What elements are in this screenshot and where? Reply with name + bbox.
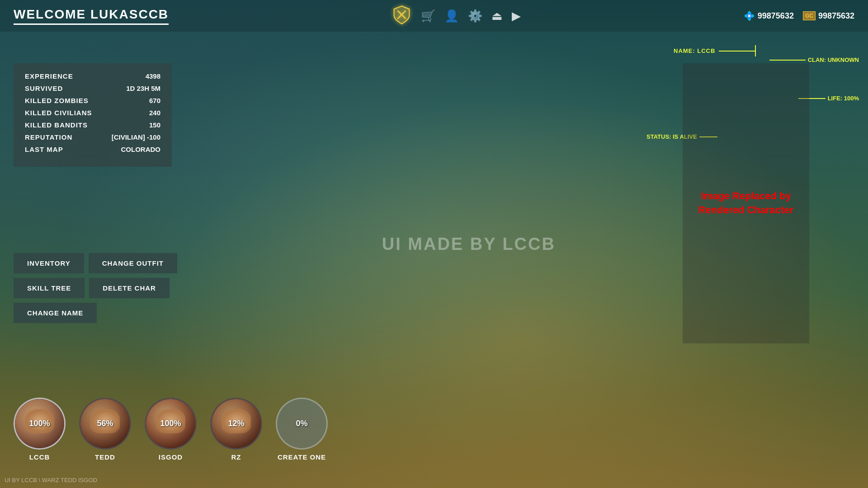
char-slot-tedd[interactable]: 56% TEDD <box>79 398 131 461</box>
character-clan-label: CLAN: UNKNOWN <box>808 56 859 63</box>
last-map-label: LAST MAP <box>25 145 63 153</box>
stat-last-map: LAST MAP COLORADO <box>25 145 160 153</box>
center-watermark: UI MADE BY LCCB <box>382 235 556 254</box>
char-name-isgod: ISGOD <box>159 453 183 461</box>
stat-survived: SURVIVED 1D 23H 5M <box>25 84 160 92</box>
clan-line <box>769 60 806 61</box>
character-panel: NAME: LCCB CLAN: UNKNOWN LIFE: 100% STAT… <box>660 45 832 361</box>
footer-text: UI BY LCCB \ WARZ TEDD ISGOD <box>5 477 97 483</box>
skill-tree-button[interactable]: SKILL TREE <box>14 278 85 298</box>
char-avatar-rz: 12% <box>210 398 262 450</box>
char-name-tedd: TEDD <box>95 453 115 461</box>
gold-currency: GC 99875632 <box>803 11 854 21</box>
profile-icon[interactable]: 👤 <box>444 9 459 23</box>
char-avatar-lccb: 100% <box>14 398 66 450</box>
stat-killed-bandits: KILLED BANDITS 150 <box>25 121 160 129</box>
btn-row-3: CHANGE NAME <box>14 303 177 323</box>
last-map-value: COLORADO <box>121 145 161 153</box>
play-icon[interactable]: ▶ <box>512 9 521 23</box>
char-avatar-create: 0% <box>276 398 328 450</box>
reputation-value: [CIVILIAN] -100 <box>112 133 160 141</box>
gold-currency-value: 99875632 <box>818 11 854 21</box>
char-slot-lccb[interactable]: 100% LCCB <box>14 398 66 461</box>
killed-civilians-label: KILLED CIVILIANS <box>25 109 92 117</box>
char-avatar-isgod: 100% <box>145 398 197 450</box>
stat-reputation: REPUTATION [CIVILIAN] -100 <box>25 133 160 141</box>
survived-value: 1D 23H 5M <box>126 84 160 92</box>
inventory-button[interactable]: INVENTORY <box>14 253 84 273</box>
char-avatar-tedd: 56% <box>79 398 131 450</box>
char-slot-isgod[interactable]: 100% ISGOD <box>145 398 197 461</box>
char-pct-rz: 12% <box>228 419 244 428</box>
char-name-rz: RZ <box>231 453 241 461</box>
shield-icon[interactable] <box>392 5 412 28</box>
character-image-text: Image Replaced by Rendered Character <box>683 189 809 217</box>
exit-icon[interactable]: ⏏ <box>491 9 503 23</box>
experience-value: 4398 <box>146 72 160 80</box>
title-underline <box>14 23 169 25</box>
char-pct-lccb: 100% <box>29 419 50 428</box>
header-nav: 🛒 👤 ⚙️ ⏏ ▶ <box>392 5 521 28</box>
header-currency: 💠 99875632 GC 99875632 <box>744 10 854 21</box>
change-outfit-button[interactable]: CHANGE OUTFIT <box>89 253 177 273</box>
character-life-label: LIFE: 100% <box>828 95 859 102</box>
green-currency-icon: 💠 <box>744 10 755 21</box>
char-pct-create: 0% <box>296 419 307 428</box>
name-vertical-line <box>755 45 756 56</box>
char-pct-isgod: 100% <box>160 419 181 428</box>
delete-char-button[interactable]: DELETE CHAR <box>89 278 170 298</box>
btn-row-2: SKILL TREE DELETE CHAR <box>14 278 177 298</box>
char-slot-rz[interactable]: 12% RZ <box>210 398 262 461</box>
stats-panel: EXPERIENCE 4398 SURVIVED 1D 23H 5M KILLE… <box>14 63 172 167</box>
reputation-label: REPUTATION <box>25 133 72 141</box>
name-annotation: NAME: LCCB <box>674 45 756 56</box>
killed-civilians-value: 240 <box>149 109 160 117</box>
green-currency: 💠 99875632 <box>744 10 794 21</box>
char-slot-create[interactable]: 0% CREATE ONE <box>276 398 328 461</box>
gold-currency-icon: GC <box>803 11 816 20</box>
stat-killed-zombies: KILLED ZOMBIES 670 <box>25 97 160 104</box>
character-name-label: NAME: LCCB <box>674 47 715 54</box>
char-name-create: CREATE ONE <box>278 453 326 461</box>
experience-label: EXPERIENCE <box>25 72 73 80</box>
stat-experience: EXPERIENCE 4398 <box>25 72 160 80</box>
killed-bandits-label: KILLED BANDITS <box>25 121 88 129</box>
killed-bandits-value: 150 <box>149 121 160 129</box>
action-buttons: INVENTORY CHANGE OUTFIT SKILL TREE DELET… <box>14 253 177 328</box>
change-name-button[interactable]: CHANGE NAME <box>14 303 97 323</box>
character-slots: 100% LCCB 56% TEDD 100% ISGOD 12% RZ 0% … <box>14 398 328 461</box>
killed-zombies-label: KILLED ZOMBIES <box>25 97 89 104</box>
green-currency-value: 99875632 <box>758 11 794 21</box>
stat-killed-civilians: KILLED CIVILIANS 240 <box>25 109 160 117</box>
header-title-container: WELCOME LUKASCCB <box>14 7 169 25</box>
btn-row-1: INVENTORY CHANGE OUTFIT <box>14 253 177 273</box>
char-name-lccb: LCCB <box>29 453 50 461</box>
character-image: Image Replaced by Rendered Character <box>683 63 809 343</box>
footer: UI BY LCCB \ WARZ TEDD ISGOD <box>5 477 97 483</box>
clan-annotation: CLAN: UNKNOWN <box>769 56 859 63</box>
page-title: WELCOME LUKASCCB <box>14 7 169 22</box>
cart-icon[interactable]: 🛒 <box>421 9 435 23</box>
name-line <box>719 51 755 52</box>
char-pct-tedd: 56% <box>97 419 113 428</box>
survived-label: SURVIVED <box>25 84 63 92</box>
killed-zombies-value: 670 <box>149 97 160 104</box>
settings-icon[interactable]: ⚙️ <box>468 9 482 23</box>
header: WELCOME LUKASCCB 🛒 👤 ⚙️ ⏏ ▶ 💠 99875632 G… <box>0 0 868 32</box>
